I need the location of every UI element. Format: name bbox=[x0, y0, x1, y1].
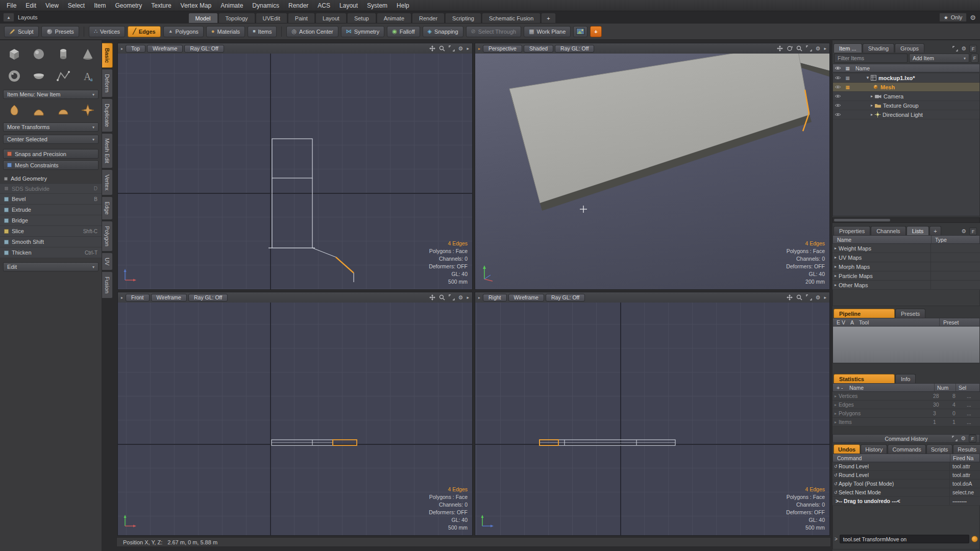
cube-tool-button[interactable] bbox=[2, 43, 26, 65]
vtab-basic[interactable]: Basic bbox=[102, 43, 113, 68]
form-edit-button[interactable]: F bbox=[969, 45, 977, 53]
maximize-icon[interactable] bbox=[449, 294, 455, 300]
visibility-toggle[interactable] bbox=[833, 94, 843, 98]
mode-materials-button[interactable]: ● Materials bbox=[206, 26, 245, 37]
layouts-pin-button[interactable]: ▲ bbox=[3, 13, 14, 22]
vtab-fusion[interactable]: Fusion bbox=[102, 271, 113, 298]
tab-channels[interactable]: Channels bbox=[871, 226, 905, 235]
viewport-menu-icon[interactable]: ▸ bbox=[121, 295, 123, 300]
menu-layout[interactable]: Layout bbox=[335, 0, 362, 11]
symmetry-button[interactable]: ⋈ Symmetry bbox=[341, 26, 385, 37]
mode-vertices-button[interactable]: ∴ Vertices bbox=[89, 26, 125, 37]
viewport-top-canvas[interactable]: 4 Edges Polygons : Face Channels: 0 Defo… bbox=[118, 54, 472, 289]
stat-more-button[interactable]: ... bbox=[967, 393, 980, 399]
stats-remove-button[interactable]: - bbox=[841, 385, 849, 391]
history-row[interactable]: ↺ Select Next Mode select.ne bbox=[832, 488, 980, 497]
expander-icon[interactable]: ▸ bbox=[832, 273, 839, 278]
expander-icon[interactable]: ▼ bbox=[865, 76, 871, 80]
stat-row-polygons[interactable]: ▸ Polygons 3 0 ... bbox=[832, 409, 980, 418]
menu-render[interactable]: Render bbox=[284, 0, 313, 11]
expander-icon[interactable]: ▸ bbox=[869, 103, 875, 108]
panel-gear-icon[interactable]: ⚙ bbox=[961, 228, 966, 235]
maximize-icon[interactable] bbox=[806, 294, 812, 300]
history-row[interactable]: ↺ Round Level tool.attr bbox=[832, 462, 980, 471]
menu-file[interactable]: File bbox=[2, 0, 21, 11]
maximize-icon[interactable] bbox=[952, 46, 958, 52]
viewport-expand-icon[interactable]: ▸ bbox=[824, 295, 826, 300]
menu-view[interactable]: View bbox=[41, 0, 63, 11]
viewport-top-shading-button[interactable]: Wireframe bbox=[147, 45, 183, 53]
viewport-right-name-button[interactable]: Right bbox=[483, 294, 507, 302]
filter-items-input[interactable]: Filter Items bbox=[834, 54, 908, 63]
tab-properties[interactable]: Properties bbox=[834, 226, 870, 235]
command-input[interactable]: tool.set TransformMove on bbox=[840, 535, 969, 543]
tab-lists[interactable]: Lists bbox=[906, 226, 929, 235]
vtab-vertex[interactable]: Vertex bbox=[102, 169, 113, 195]
action-center-button[interactable]: ◎ Action Center bbox=[286, 26, 338, 37]
visibility-toggle[interactable] bbox=[833, 76, 843, 80]
list-row-particle-maps[interactable]: ▸Particle Maps bbox=[832, 271, 980, 281]
panel-gear-icon[interactable]: ⚙ bbox=[961, 435, 966, 442]
vtab-mesh-edit[interactable]: Mesh Edit bbox=[102, 133, 113, 168]
layout-gear-icon[interactable]: ⚙ bbox=[970, 14, 976, 21]
deform-dome-tool-button[interactable] bbox=[51, 101, 75, 119]
stat-row-vertices[interactable]: ▸ Vertices 28 8 ... bbox=[832, 392, 980, 400]
tree-row-mesh[interactable]: ▦ Mesh bbox=[833, 83, 979, 92]
tool-bevel[interactable]: Bevel B bbox=[0, 194, 102, 205]
viewport-expand-icon[interactable]: ▸ bbox=[467, 295, 469, 300]
viewport-front-name-button[interactable]: Front bbox=[126, 294, 150, 302]
visibility-toggle[interactable] bbox=[833, 85, 843, 89]
tree-row-texture-group[interactable]: ▸ Texture Group bbox=[833, 101, 979, 110]
tab-info[interactable]: Info bbox=[895, 374, 916, 383]
panel-gear-icon[interactable]: ⚙ bbox=[961, 45, 966, 52]
sculpt-button[interactable]: Sculpt bbox=[4, 26, 39, 37]
expander-icon[interactable]: ▸ bbox=[832, 420, 839, 424]
add-tool-button[interactable]: + bbox=[590, 26, 601, 37]
menu-texture[interactable]: Texture bbox=[146, 0, 176, 11]
teapot-tool-button[interactable] bbox=[27, 65, 51, 87]
vtab-deform[interactable]: Deform bbox=[102, 69, 113, 97]
menu-edit[interactable]: Edit bbox=[21, 0, 41, 11]
tab-results[interactable]: Results bbox=[953, 444, 980, 454]
viewport-front-raygl-button[interactable]: Ray GL: Off bbox=[188, 294, 228, 302]
expander-icon[interactable]: ▸ bbox=[832, 403, 839, 407]
pan-icon[interactable] bbox=[787, 294, 793, 300]
maximize-icon[interactable] bbox=[806, 45, 812, 52]
mode-edges-button[interactable]: ╱ Edges bbox=[128, 26, 161, 37]
item-list-hscrollbar[interactable] bbox=[832, 217, 980, 223]
tab-uvedit[interactable]: UVEdit bbox=[256, 13, 287, 23]
tab-shading[interactable]: Shading bbox=[863, 43, 894, 53]
menu-system[interactable]: System bbox=[362, 0, 392, 11]
history-row[interactable]: ↺ Round Level tool.attr bbox=[832, 471, 980, 480]
mode-items-button[interactable]: ■ Items bbox=[248, 26, 277, 37]
viewport-expand-icon[interactable]: ▸ bbox=[824, 46, 826, 51]
add-panel-tab-button[interactable]: + bbox=[929, 226, 941, 235]
tab-item-list[interactable]: Item ... bbox=[834, 43, 862, 53]
form-edit-button[interactable]: F bbox=[969, 228, 977, 235]
list-row-other-maps[interactable]: ▸Other Maps bbox=[832, 281, 980, 290]
tool-sds-subdivide[interactable]: SDS Subdivide D bbox=[0, 183, 102, 194]
curve-tool-button[interactable] bbox=[51, 65, 75, 87]
add-item-dropdown[interactable]: Add Item ▾ bbox=[909, 54, 969, 63]
reference-image-button[interactable] bbox=[573, 26, 587, 37]
tab-paint[interactable]: Paint bbox=[288, 13, 315, 23]
tab-pipeline[interactable]: Pipeline bbox=[834, 309, 895, 318]
tab-topology[interactable]: Topology bbox=[218, 13, 255, 23]
falloff-button[interactable]: ◉ Falloff bbox=[387, 26, 420, 37]
deform-bend-tool-button[interactable] bbox=[27, 101, 51, 119]
orbit-icon[interactable] bbox=[787, 45, 793, 52]
tab-commands[interactable]: Commands bbox=[888, 444, 925, 454]
viewport-expand-icon[interactable]: ▸ bbox=[467, 46, 469, 51]
tab-undos[interactable]: Undos bbox=[834, 444, 860, 454]
zoom-icon[interactable] bbox=[796, 294, 802, 300]
menu-acs[interactable]: ACS bbox=[313, 0, 335, 11]
menu-select[interactable]: Select bbox=[63, 0, 89, 11]
menu-item[interactable]: Item bbox=[89, 0, 110, 11]
tool-thicken[interactable]: Thicken Ctrl-T bbox=[0, 247, 102, 258]
maximize-icon[interactable] bbox=[952, 436, 958, 441]
viewport-front-shading-button[interactable]: Wireframe bbox=[151, 294, 187, 302]
list-row-morph-maps[interactable]: ▸Morph Maps bbox=[832, 262, 980, 271]
expander-icon[interactable]: ▸ bbox=[869, 94, 875, 98]
zoom-icon[interactable] bbox=[439, 45, 445, 52]
expander-icon[interactable]: ▸ bbox=[832, 246, 839, 251]
